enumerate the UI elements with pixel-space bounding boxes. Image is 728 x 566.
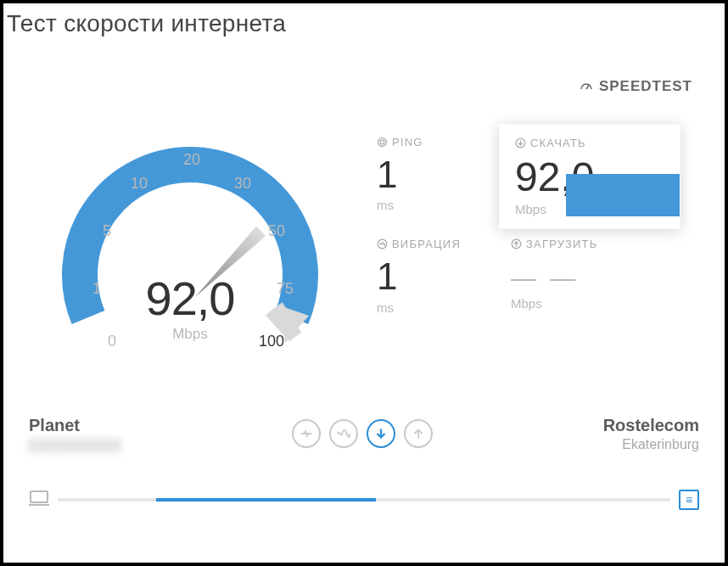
metric-download-card: СКАЧАТЬ 92,0 Mbps bbox=[499, 124, 680, 229]
upload-label: ЗАГРУЗИТЬ bbox=[526, 238, 597, 250]
jitter-icon bbox=[377, 238, 388, 249]
metric-ping: PING 1 ms bbox=[377, 136, 496, 217]
local-provider-ip-blurred bbox=[29, 439, 122, 452]
server-icon: ≡ bbox=[679, 490, 699, 510]
speed-gauge: 0 1 5 10 20 30 50 75 100 92,0 Mbps bbox=[37, 105, 343, 385]
gauge-tick-2: 5 bbox=[90, 222, 124, 240]
progress-fill bbox=[156, 498, 377, 502]
upload-unit: Mbps bbox=[511, 294, 672, 311]
gauge-tick-5: 30 bbox=[226, 175, 260, 193]
local-provider: Planet bbox=[29, 416, 122, 452]
phase-connections-icon[interactable] bbox=[292, 419, 321, 448]
page-title: Тест скорости интернета bbox=[3, 3, 725, 37]
svg-point-2 bbox=[380, 140, 384, 144]
gauge-tick-6: 50 bbox=[260, 222, 294, 240]
phase-upload-icon[interactable] bbox=[404, 419, 433, 448]
phase-latency-icon[interactable] bbox=[329, 419, 358, 448]
local-provider-name: Planet bbox=[29, 416, 122, 435]
svg-rect-7 bbox=[31, 491, 48, 502]
ping-icon bbox=[377, 137, 388, 148]
jitter-label: ВИБРАЦИЯ bbox=[392, 238, 461, 250]
progress-row: ≡ bbox=[29, 490, 699, 510]
remote-server: Rostelecom Ekaterinburg bbox=[603, 416, 699, 452]
gauge-tick-3: 10 bbox=[122, 175, 156, 193]
remote-server-location: Ekaterinburg bbox=[603, 437, 699, 452]
phase-download-icon[interactable] bbox=[367, 419, 395, 448]
gauge-unit: Mbps bbox=[37, 326, 343, 343]
brand-text: SPEEDTEST bbox=[599, 78, 692, 95]
progress-track bbox=[58, 498, 670, 502]
remote-server-name: Rostelecom bbox=[603, 416, 699, 435]
download-icon bbox=[515, 137, 526, 149]
upload-icon bbox=[511, 238, 522, 249]
ping-unit: ms bbox=[377, 196, 496, 212]
download-area-chart bbox=[566, 174, 680, 216]
jitter-value: 1 bbox=[377, 252, 496, 296]
gauge-arc bbox=[37, 105, 343, 385]
ping-label: PING bbox=[392, 136, 423, 149]
phase-indicators bbox=[292, 419, 433, 448]
upload-value: — — bbox=[511, 252, 672, 293]
device-icon bbox=[29, 490, 49, 510]
metric-upload: ЗАГРУЗИТЬ — — Mbps bbox=[511, 238, 672, 314]
metric-jitter: ВИБРАЦИЯ 1 ms bbox=[377, 238, 496, 314]
ping-value: 1 bbox=[377, 150, 496, 194]
gauge-tick-4: 20 bbox=[175, 151, 209, 169]
speedtest-brand: SPEEDTEST bbox=[579, 78, 692, 95]
gauge-icon bbox=[579, 79, 594, 94]
svg-point-3 bbox=[378, 138, 387, 147]
svg-line-0 bbox=[586, 86, 589, 90]
download-label: СКАЧАТЬ bbox=[530, 137, 586, 149]
gauge-value: 92,0 bbox=[37, 271, 343, 326]
jitter-unit: ms bbox=[377, 299, 496, 315]
